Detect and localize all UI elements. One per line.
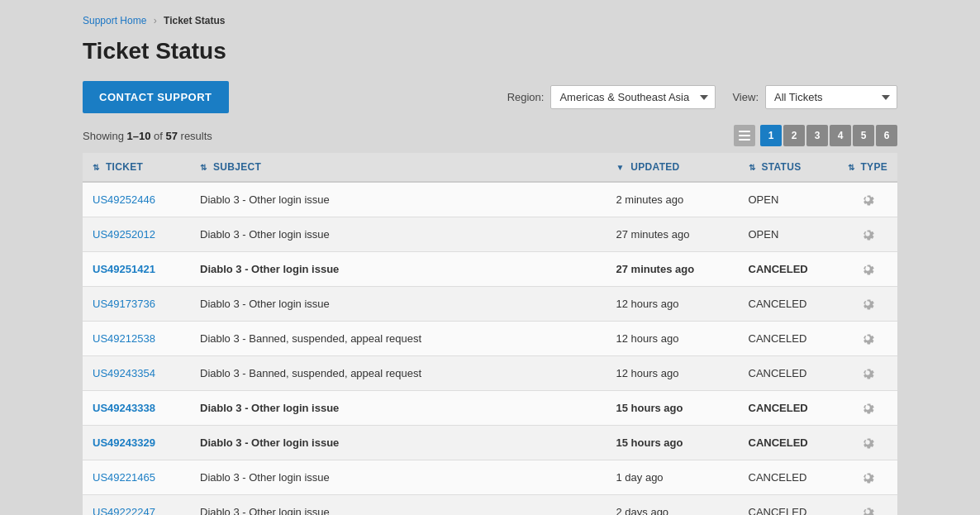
ticket-link[interactable]: US49251421 <box>93 263 155 275</box>
ticket-status: CANCELED <box>739 460 838 495</box>
ticket-id: US49243354 <box>83 356 190 391</box>
page-btn-6-top[interactable]: 6 <box>876 125 897 146</box>
ticket-subject: Diablo 3 - Other login issue <box>190 182 607 217</box>
region-label: Region: <box>507 91 545 103</box>
ticket-subject: Diablo 3 - Other login issue <box>190 426 607 460</box>
ticket-status: CANCELED <box>739 495 838 516</box>
page-btn-4-top[interactable]: 4 <box>830 125 851 146</box>
ticket-status: CANCELED <box>739 391 838 426</box>
table-row: US49222247 Diablo 3 - Other login issue … <box>83 495 897 516</box>
col-ticket-label: TICKET <box>106 161 143 173</box>
col-status-label: STATUS <box>761 161 801 173</box>
ticket-link[interactable]: US49243338 <box>93 402 155 414</box>
ticket-subject: Diablo 3 - Other login issue <box>190 391 607 426</box>
view-filter-group: View: All Tickets Open Tickets Canceled … <box>732 85 897 109</box>
ticket-status: CANCELED <box>739 287 838 322</box>
ticket-id: US49173736 <box>83 287 190 322</box>
ticket-link[interactable]: US49243329 <box>93 436 155 449</box>
ticket-subject: Diablo 3 - Other login issue <box>190 217 607 252</box>
ticket-type <box>838 287 898 322</box>
svg-rect-2 <box>739 139 750 141</box>
ticket-subject: Diablo 3 - Other login issue <box>190 460 607 495</box>
col-updated[interactable]: ▼ UPDATED <box>607 153 739 182</box>
showing-row-top: Showing 1–10 of 57 results 1 2 3 4 5 6 <box>83 125 897 146</box>
ticket-link[interactable]: US49222247 <box>93 506 155 515</box>
ticket-id: US49221465 <box>83 460 190 495</box>
ticket-type <box>838 322 898 356</box>
type-gear-icon <box>859 364 877 382</box>
page-title: Ticket Status <box>83 38 897 64</box>
table-row: US49243329 Diablo 3 - Other login issue … <box>83 426 897 460</box>
page-list-icon-top[interactable] <box>734 125 755 146</box>
col-subject[interactable]: ⇅ SUBJECT <box>190 153 607 182</box>
type-gear-icon <box>859 398 877 417</box>
page-btn-1-top[interactable]: 1 <box>760 125 782 146</box>
ticket-updated: 2 days ago <box>607 495 739 516</box>
ticket-id: US49252012 <box>83 217 190 252</box>
breadcrumb: Support Home › Ticket Status <box>83 0 897 35</box>
ticket-link[interactable]: US49221465 <box>93 471 155 484</box>
ticket-id: US49212538 <box>83 322 190 356</box>
ticket-link[interactable]: US49252012 <box>93 228 155 241</box>
ticket-updated: 2 minutes ago <box>607 182 739 217</box>
contact-support-button[interactable]: CONTACT SUPPORT <box>83 81 229 113</box>
ticket-type <box>838 356 898 391</box>
sort-icon-updated: ▼ <box>616 163 625 172</box>
breadcrumb-separator: › <box>154 15 157 26</box>
region-filter-group: Region: Americas & Southeast Asia Europe… <box>507 85 716 109</box>
col-type-label: TYPE <box>860 161 887 173</box>
page-btn-2-top[interactable]: 2 <box>783 125 805 146</box>
ticket-type <box>838 495 898 516</box>
table-row: US49251421 Diablo 3 - Other login issue … <box>83 252 897 287</box>
page-btn-5-top[interactable]: 5 <box>853 125 874 146</box>
col-subject-label: SUBJECT <box>213 161 261 173</box>
toolbar: CONTACT SUPPORT Region: Americas & South… <box>83 81 897 113</box>
region-select[interactable]: Americas & Southeast Asia Europe Asia Pa… <box>550 85 716 109</box>
view-select[interactable]: All Tickets Open Tickets Canceled Ticket… <box>765 85 897 109</box>
col-ticket[interactable]: ⇅ TICKET <box>83 153 190 182</box>
type-gear-icon <box>859 433 877 451</box>
type-gear-icon <box>859 503 877 515</box>
ticket-id: US49251421 <box>83 252 190 287</box>
pagination-top: 1 2 3 4 5 6 <box>734 125 897 146</box>
ticket-link[interactable]: US49243354 <box>93 367 155 379</box>
ticket-id: US49243329 <box>83 426 190 460</box>
ticket-updated: 12 hours ago <box>607 322 739 356</box>
ticket-status: CANCELED <box>739 426 838 460</box>
type-gear-icon <box>859 260 877 278</box>
ticket-type <box>838 182 898 217</box>
ticket-updated: 12 hours ago <box>607 287 739 322</box>
col-status[interactable]: ⇅ STATUS <box>739 153 838 182</box>
col-type[interactable]: ⇅ TYPE <box>838 153 898 182</box>
breadcrumb-home-link[interactable]: Support Home <box>83 15 146 26</box>
tickets-table: ⇅ TICKET ⇅ SUBJECT ▼ UPDATED ⇅ STATUS ⇅ <box>83 153 897 515</box>
ticket-status: CANCELED <box>739 356 838 391</box>
ticket-link[interactable]: US49252446 <box>93 193 155 206</box>
ticket-status: CANCELED <box>739 252 838 287</box>
showing-total-top: 57 <box>165 130 177 142</box>
view-label: View: <box>732 91 759 103</box>
toolbar-right: Region: Americas & Southeast Asia Europe… <box>507 85 897 109</box>
ticket-link[interactable]: US49173736 <box>93 298 155 310</box>
page-btn-3-top[interactable]: 3 <box>806 125 828 146</box>
ticket-updated: 27 minutes ago <box>607 217 739 252</box>
showing-range-top: 1–10 <box>126 130 150 142</box>
ticket-subject: Diablo 3 - Banned, suspended, appeal req… <box>190 356 607 391</box>
ticket-status: OPEN <box>739 217 838 252</box>
ticket-status: OPEN <box>739 182 838 217</box>
table-row: US49212538 Diablo 3 - Banned, suspended,… <box>83 322 897 356</box>
ticket-link[interactable]: US49212538 <box>93 332 155 345</box>
ticket-type <box>838 426 898 460</box>
ticket-subject: Diablo 3 - Other login issue <box>190 252 607 287</box>
type-gear-icon <box>859 225 877 243</box>
ticket-type <box>838 252 898 287</box>
sort-icon-type: ⇅ <box>848 163 854 172</box>
table-row: US49173736 Diablo 3 - Other login issue … <box>83 287 897 322</box>
table-row: US49252012 Diablo 3 - Other login issue … <box>83 217 897 252</box>
ticket-status: CANCELED <box>739 322 838 356</box>
sort-icon-status: ⇅ <box>749 163 755 172</box>
type-gear-icon <box>859 468 877 486</box>
breadcrumb-current: Ticket Status <box>164 15 225 26</box>
type-gear-icon <box>859 329 877 347</box>
sort-icon-subject: ⇅ <box>200 163 207 172</box>
